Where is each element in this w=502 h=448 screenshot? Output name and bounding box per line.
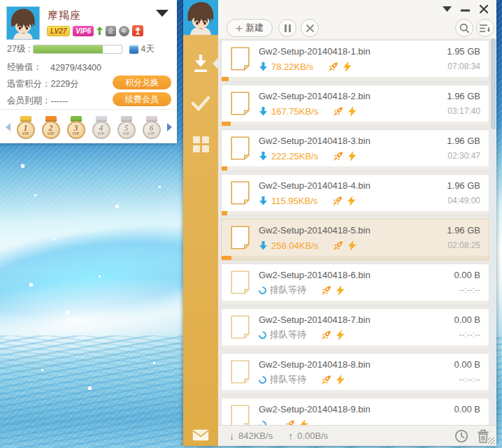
delete-task-button[interactable] xyxy=(301,19,319,37)
total-upload-arrow-icon: ↑ xyxy=(288,431,293,442)
download-eta: --:--:-- xyxy=(459,375,480,384)
active-tab-notch xyxy=(213,58,218,69)
medals-next-arrow-icon[interactable] xyxy=(167,123,172,131)
download-row[interactable]: Gw2-Setup-20140418-5.bin 1.96 GB 02:08:2… xyxy=(221,219,489,261)
download-row[interactable]: Gw2-Setup-20140418-1.bin 1.95 GB 07:08:3… xyxy=(221,40,489,82)
file-icon xyxy=(231,315,250,339)
down-arrow-icon xyxy=(259,107,268,116)
lightning-icon[interactable] xyxy=(347,196,356,206)
progress-bar xyxy=(222,301,489,305)
download-speed: 167.75KB/s xyxy=(271,106,318,117)
new-task-label: 新建 xyxy=(245,22,264,34)
lightning-icon[interactable] xyxy=(348,106,357,117)
points-value: 2229分 xyxy=(51,78,79,90)
speedup-rocket-icon[interactable] xyxy=(328,62,338,72)
search-button[interactable] xyxy=(455,19,473,37)
lightning-icon[interactable] xyxy=(336,375,345,385)
total-download-arrow-icon: ↓ xyxy=(229,431,234,442)
vip-badge[interactable]: VIP6 xyxy=(73,26,94,36)
person-badge-icon[interactable] xyxy=(132,25,143,36)
scrollbar-thumb[interactable] xyxy=(491,38,496,129)
renew-membership-button[interactable]: 续费会员 xyxy=(113,92,171,106)
medals-prev-arrow-icon[interactable] xyxy=(6,123,10,131)
file-icon xyxy=(231,360,250,384)
membership-label: 会员到期： xyxy=(7,95,51,107)
vip-medal-2[interactable]: 2VIP xyxy=(41,116,62,139)
plus-icon: + xyxy=(236,23,243,34)
user-avatar[interactable] xyxy=(6,6,40,40)
download-row[interactable]: Gw2-Setup-20140418-2.bin 1.96 GB 03:17:4… xyxy=(221,85,489,127)
new-task-button[interactable]: + 新建 xyxy=(227,19,273,37)
sort-button[interactable] xyxy=(476,19,494,37)
speedup-rocket-icon[interactable] xyxy=(333,240,343,251)
tab-categories[interactable] xyxy=(183,129,218,159)
download-size: 0.00 B xyxy=(454,359,480,370)
speedup-rocket-icon[interactable] xyxy=(285,419,295,426)
messages-button[interactable] xyxy=(183,429,218,441)
vip-medal-3[interactable]: 3VIP xyxy=(66,116,87,139)
lightning-icon[interactable] xyxy=(348,240,357,251)
x-icon xyxy=(306,24,314,32)
membership-value: ------ xyxy=(51,96,69,106)
file-icon xyxy=(231,270,250,294)
download-eta: 02:30:47 xyxy=(447,151,480,161)
vip-medal-4[interactable]: 4VIP xyxy=(91,116,112,139)
speedup-rocket-icon[interactable] xyxy=(321,375,331,385)
lightning-icon[interactable] xyxy=(348,151,357,161)
download-size: 0.00 B xyxy=(454,270,480,280)
points-exchange-button[interactable]: 积分兑换 xyxy=(113,75,171,89)
download-name: Gw2-Setup-20140418-3.bin xyxy=(259,136,371,146)
download-row[interactable]: Gw2-Setup-20140418-9.bin 0.00 B xyxy=(221,398,489,425)
progress-bar xyxy=(222,211,489,215)
total-upload-speed: 0.00B/s xyxy=(297,431,328,441)
lightning-icon[interactable] xyxy=(336,330,345,340)
username[interactable]: 摩羯座 xyxy=(48,9,81,22)
download-speed: 115.95KB/s xyxy=(271,196,317,206)
download-eta: --:--:-- xyxy=(459,285,480,295)
download-name: Gw2-Setup-20140418-6.bin xyxy=(259,270,371,280)
download-row[interactable]: Gw2-Setup-20140418-6.bin 0.00 B --:--:--… xyxy=(221,263,489,305)
vip-medal-5[interactable]: 5VIP xyxy=(116,116,137,139)
boost-icons xyxy=(321,330,345,340)
queue-status-text: 排队等待 xyxy=(270,373,306,386)
enterprise-badge[interactable]: 企 xyxy=(106,26,116,36)
vip-medal-6[interactable]: 6VIP xyxy=(141,116,162,139)
download-status-line: 排队等待 xyxy=(259,284,345,296)
download-row[interactable]: Gw2-Setup-20140418-7.bin 0.00 B --:--:--… xyxy=(221,308,489,350)
history-clock-button[interactable] xyxy=(454,429,468,443)
waiting-spinner-icon xyxy=(257,284,268,296)
window-close-icon[interactable] xyxy=(480,5,488,13)
download-row[interactable]: Gw2-Setup-20140418-8.bin 0.00 B --:--:--… xyxy=(221,353,489,395)
boost-icons xyxy=(332,196,356,206)
total-download-speed: 842KB/s xyxy=(238,431,273,441)
download-size: 1.96 GB xyxy=(447,91,480,101)
vip-medal-strip: 1VIP2VIP3VIP4VIP5VIP6VIP xyxy=(0,109,177,143)
lightning-icon[interactable] xyxy=(336,285,345,296)
down-arrow-icon xyxy=(259,152,268,161)
file-icon xyxy=(231,47,250,71)
tab-completed[interactable] xyxy=(183,88,218,119)
down-arrow-icon xyxy=(259,241,268,250)
window-menu-caret-icon[interactable] xyxy=(443,6,452,12)
list-scrollbar[interactable] xyxy=(491,38,496,425)
vip-medal-1[interactable]: 1VIP xyxy=(15,116,36,139)
resize-grip[interactable] xyxy=(488,438,495,445)
pause-all-button[interactable] xyxy=(278,19,296,37)
tab-downloading[interactable] xyxy=(183,48,218,78)
speedup-rocket-icon[interactable] xyxy=(333,106,343,117)
level-badge[interactable]: LV27 xyxy=(47,26,70,36)
year-badge[interactable]: 年 xyxy=(119,26,129,36)
download-row[interactable]: Gw2-Setup-20140418-4.bin 1.96 GB 04:49:0… xyxy=(221,174,489,216)
speedup-rocket-icon[interactable] xyxy=(321,330,331,340)
download-size: 1.96 GB xyxy=(447,136,480,146)
profile-dropdown-caret-icon[interactable] xyxy=(156,10,168,17)
speedup-rocket-icon[interactable] xyxy=(333,151,343,161)
lightning-icon[interactable] xyxy=(300,419,308,426)
exp-value: 42979/43400 xyxy=(50,63,101,73)
window-minimize-icon[interactable] xyxy=(461,8,470,12)
speedup-rocket-icon[interactable] xyxy=(321,285,331,296)
lightning-icon[interactable] xyxy=(343,62,352,72)
app-user-avatar[interactable] xyxy=(183,0,218,35)
download-row[interactable]: Gw2-Setup-20140418-3.bin 1.96 GB 02:30:4… xyxy=(221,129,489,171)
speedup-rocket-icon[interactable] xyxy=(332,196,343,206)
